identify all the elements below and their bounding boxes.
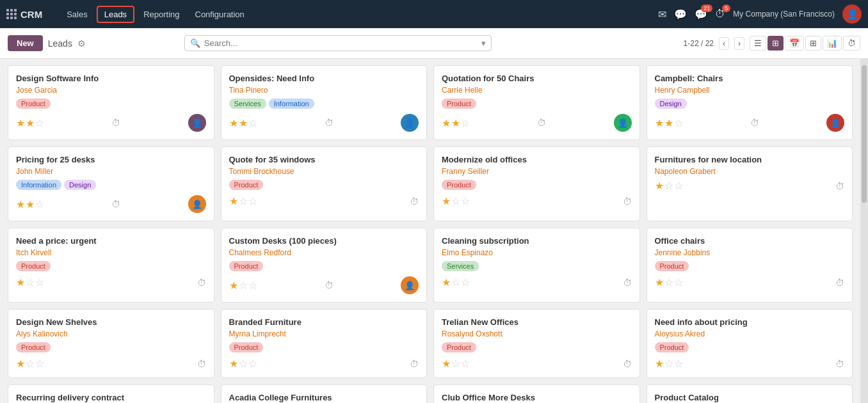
lead-card[interactable]: Opensides: Need Info Tina Pinero Service… [221, 65, 428, 140]
apps-grid-icon[interactable] [6, 9, 17, 19]
card-stars[interactable]: ★★☆ [16, 117, 44, 129]
clock-icon[interactable]: ⏱ [197, 278, 206, 288]
card-stars[interactable]: ★☆☆ [16, 358, 44, 370]
clock-icon[interactable]: ⏱ [835, 278, 844, 288]
star-2[interactable]: ☆ [664, 180, 673, 192]
star-2[interactable]: ★ [664, 117, 673, 129]
star-3[interactable]: ☆ [248, 195, 257, 207]
star-3[interactable]: ☆ [248, 280, 257, 292]
scrollbar[interactable] [860, 59, 868, 403]
scrollbar-thumb[interactable] [862, 65, 867, 203]
star-3[interactable]: ☆ [674, 358, 683, 370]
star-3[interactable]: ☆ [35, 358, 44, 370]
lead-card[interactable]: Recurring delivery contract Max Johnson … [8, 384, 214, 403]
lead-card[interactable]: Design Software Info Jose Garcia Product… [8, 65, 214, 140]
pivot-view-button[interactable]: ⊞ [805, 36, 821, 51]
clock-icon[interactable]: ⏱ [623, 278, 632, 288]
card-stars[interactable]: ★★☆ [442, 117, 470, 129]
card-stars[interactable]: ★☆☆ [442, 276, 470, 288]
clock-icon[interactable]: ⏱ [325, 280, 334, 290]
star-1[interactable]: ★ [229, 280, 238, 292]
star-1[interactable]: ★ [16, 117, 25, 129]
star-2[interactable]: ☆ [451, 276, 460, 288]
list-view-button[interactable]: ☰ [750, 36, 766, 51]
nav-leads[interactable]: Leads [97, 6, 134, 23]
user-avatar[interactable]: 👤 [842, 4, 862, 24]
discuss-icon[interactable]: 💬21 [695, 8, 707, 20]
card-stars[interactable]: ★★☆ [655, 117, 683, 129]
star-2[interactable]: ☆ [26, 358, 35, 370]
star-2[interactable]: ★ [239, 117, 248, 129]
nav-reporting[interactable]: Reporting [137, 7, 186, 22]
clock-icon[interactable]: ⏱ [325, 118, 334, 128]
clock-icon[interactable]: ⏱ [410, 196, 419, 207]
card-stars[interactable]: ★☆☆ [442, 195, 470, 207]
star-3[interactable]: ☆ [248, 117, 257, 129]
nav-sales[interactable]: Sales [60, 7, 94, 22]
lead-card[interactable]: Quotation for 50 Chairs Carrie Helle Pro… [433, 65, 640, 140]
lead-card[interactable]: Branded Furniture Myrna Limprecht Produc… [221, 309, 428, 378]
card-stars[interactable]: ★☆☆ [655, 358, 683, 370]
star-3[interactable]: ☆ [35, 117, 44, 129]
star-1[interactable]: ★ [442, 276, 451, 288]
settings-gear-icon[interactable]: ⚙ [77, 38, 86, 49]
star-1[interactable]: ★ [229, 358, 238, 370]
card-stars[interactable]: ★☆☆ [655, 180, 683, 192]
whatsapp-icon[interactable]: 💬 [674, 8, 687, 20]
star-2[interactable]: ☆ [239, 280, 248, 292]
lead-card[interactable]: Need a price: urgent Itch Kirvell Produc… [8, 228, 214, 303]
calendar-view-button[interactable]: 📅 [785, 36, 804, 51]
lead-card[interactable]: Trelian New Offices Rosalynd Oxshott Pro… [433, 309, 640, 378]
lead-card[interactable]: Campbell: Chairs Henry Campbell Design ★… [647, 65, 853, 140]
lead-card[interactable]: Cleaning subscription Elmo Espinazo Serv… [433, 228, 640, 303]
clock-icon[interactable]: ⏱ [111, 118, 120, 128]
app-name[interactable]: CRM [20, 9, 42, 20]
star-2[interactable]: ★ [26, 198, 35, 210]
clock-icon[interactable]: ⏱ [835, 181, 844, 191]
lead-card[interactable]: Quote for 35 windows Tommi Brockhouse Pr… [221, 146, 428, 221]
star-3[interactable]: ☆ [248, 358, 257, 370]
search-dropdown-arrow[interactable]: ▾ [481, 38, 486, 48]
star-2[interactable]: ☆ [451, 358, 460, 370]
star-1[interactable]: ★ [655, 276, 664, 288]
lead-card[interactable]: Custom Desks (100 pieces) Chalmers Redfo… [221, 228, 428, 303]
star-2[interactable]: ☆ [664, 276, 673, 288]
activity-view-button[interactable]: ⏱ [843, 36, 860, 51]
card-stars[interactable]: ★☆☆ [229, 280, 257, 292]
clock-icon[interactable]: ⏱ [750, 118, 759, 128]
star-1[interactable]: ★ [16, 358, 25, 370]
star-2[interactable]: ☆ [239, 358, 248, 370]
lead-card[interactable]: Need info about pricing Aloysius Akred P… [647, 309, 853, 378]
star-3[interactable]: ☆ [35, 198, 44, 210]
kanban-view-button[interactable]: ⊞ [768, 36, 784, 51]
card-stars[interactable]: ★☆☆ [229, 358, 257, 370]
lead-card[interactable]: Pricing for 25 desks John Miller Informa… [8, 146, 214, 221]
star-2[interactable]: ☆ [664, 358, 673, 370]
card-stars[interactable]: ★☆☆ [655, 276, 683, 288]
clock-icon[interactable]: ⏱ [623, 359, 632, 369]
clock-icon[interactable]: ⏱ [111, 199, 120, 209]
clock-icon[interactable]: ⏱ [623, 196, 632, 207]
star-1[interactable]: ★ [16, 198, 25, 210]
timer-icon[interactable]: ⏱5 [715, 8, 725, 20]
next-page-button[interactable]: › [734, 37, 744, 50]
company-name[interactable]: My Company (San Francisco) [733, 10, 835, 19]
star-2[interactable]: ★ [451, 117, 460, 129]
lead-card[interactable]: Modernize old offices Franny Seiller Pro… [433, 146, 640, 221]
star-3[interactable]: ☆ [461, 117, 470, 129]
lead-card[interactable]: Furnitures for new location Napoleon Gra… [647, 146, 853, 221]
star-1[interactable]: ★ [442, 358, 451, 370]
star-2[interactable]: ☆ [451, 195, 460, 207]
prev-page-button[interactable]: ‹ [719, 37, 729, 50]
card-stars[interactable]: ★☆☆ [229, 195, 257, 207]
app-brand[interactable]: CRM [6, 9, 52, 20]
star-2[interactable]: ☆ [26, 276, 35, 288]
clock-icon[interactable]: ⏱ [197, 359, 206, 369]
card-stars[interactable]: ★☆☆ [16, 276, 44, 288]
star-2[interactable]: ☆ [239, 195, 248, 207]
star-3[interactable]: ☆ [35, 276, 44, 288]
clock-icon[interactable]: ⏱ [537, 118, 546, 128]
card-stars[interactable]: ★★☆ [16, 198, 44, 210]
star-2[interactable]: ★ [26, 117, 35, 129]
star-1[interactable]: ★ [655, 180, 664, 192]
